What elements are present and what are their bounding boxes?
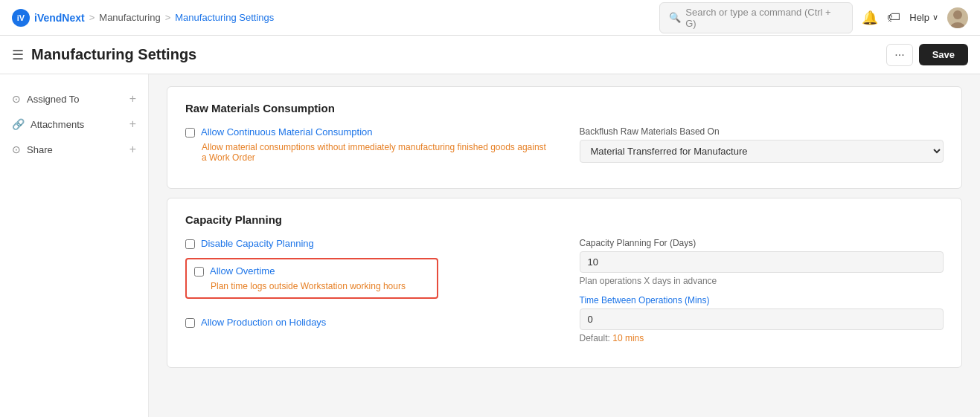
- sidebar-label-attachments: Attachments: [31, 119, 84, 130]
- attachments-icon: 🔗: [12, 118, 25, 130]
- raw-materials-title: Raw Materials Consumption: [185, 102, 944, 114]
- disable-capacity-row: Disable Capacity Planning: [185, 238, 550, 249]
- breadcrumb-sep-1: >: [89, 12, 95, 23]
- main-content: Raw Materials Consumption Allow Continuo…: [149, 74, 980, 417]
- tag-icon[interactable]: 🏷: [887, 10, 900, 25]
- time-between-hint: Default: 10 mins: [580, 333, 944, 343]
- page-title: Manufacturing Settings: [31, 46, 196, 63]
- raw-materials-left: Allow Continuous Material Consumption Al…: [185, 126, 550, 173]
- disable-capacity-label[interactable]: Disable Capacity Planning: [201, 238, 314, 249]
- share-icon: ⊙: [12, 143, 21, 155]
- sidebar-label-assigned-to: Assigned To: [27, 94, 80, 105]
- main-layout: ⊙ Assigned To + 🔗 Attachments + ⊙ Share …: [0, 74, 980, 417]
- allow-holidays-checkbox[interactable]: [185, 318, 195, 328]
- raw-materials-columns: Allow Continuous Material Consumption Al…: [185, 126, 944, 173]
- assigned-to-add-icon[interactable]: +: [129, 92, 136, 106]
- avatar[interactable]: [947, 7, 968, 28]
- backflush-label: Backflush Raw Materials Based On: [580, 126, 944, 137]
- allow-holidays-group: Allow Production on Holidays: [185, 317, 550, 328]
- time-between-input[interactable]: [580, 308, 944, 330]
- breadcrumb-manufacturing[interactable]: Manufacturing: [99, 12, 160, 23]
- capacity-planning-section: Capacity Planning Disable Capacity Plann…: [167, 198, 962, 368]
- disable-capacity-checkbox[interactable]: [185, 239, 195, 249]
- sidebar: ⊙ Assigned To + 🔗 Attachments + ⊙ Share …: [0, 74, 149, 417]
- svg-point-0: [953, 10, 962, 19]
- attachments-add-icon[interactable]: +: [129, 117, 136, 131]
- allow-overtime-desc: Plan time logs outside Workstation worki…: [211, 281, 429, 291]
- time-between-label: Time Between Operations (Mins): [580, 295, 944, 306]
- toolbar-right: ··· Save: [886, 44, 968, 66]
- save-button[interactable]: Save: [919, 44, 968, 65]
- search-placeholder: Search or type a command (Ctrl + G): [685, 7, 843, 29]
- allow-overtime-row: Allow Overtime: [194, 265, 429, 277]
- capacity-planning-title: Capacity Planning: [185, 213, 944, 226]
- raw-materials-section: Raw Materials Consumption Allow Continuo…: [167, 86, 962, 189]
- breadcrumb-settings[interactable]: Manufacturing Settings: [175, 12, 274, 23]
- nav-left: iV iVendNext > Manufacturing > Manufactu…: [12, 9, 274, 27]
- sidebar-item-attachments[interactable]: 🔗 Attachments +: [0, 111, 148, 137]
- sidebar-item-share[interactable]: ⊙ Share +: [0, 137, 148, 162]
- assigned-to-icon: ⊙: [12, 93, 21, 105]
- avatar-image: [947, 7, 968, 28]
- search-icon: 🔍: [669, 12, 681, 23]
- nav-right: 🔍 Search or type a command (Ctrl + G) 🔔 …: [659, 2, 968, 33]
- continuous-consumption-label[interactable]: Allow Continuous Material Consumption: [201, 126, 373, 138]
- more-button[interactable]: ···: [886, 44, 912, 66]
- sidebar-item-assigned-to[interactable]: ⊙ Assigned To +: [0, 86, 148, 111]
- allow-overtime-highlight: Allow Overtime Plan time logs outside Wo…: [185, 258, 438, 299]
- continuous-consumption-checkbox[interactable]: [185, 128, 195, 138]
- continuous-consumption-desc: Allow material consumptions without imme…: [202, 142, 550, 163]
- allow-holidays-label[interactable]: Allow Production on Holidays: [201, 317, 326, 328]
- backflush-select[interactable]: Material Transferred for Manufacture: [580, 140, 944, 163]
- help-button[interactable]: Help ∨: [909, 12, 938, 23]
- brand[interactable]: iV iVendNext: [12, 9, 85, 27]
- raw-materials-right: Backflush Raw Materials Based On Materia…: [580, 126, 944, 173]
- brand-logo: iV: [12, 9, 30, 27]
- days-hint: Plan operations X days in advance: [580, 276, 944, 286]
- days-input[interactable]: [580, 251, 944, 273]
- days-label: Capacity Planning For (Days): [580, 238, 944, 248]
- svg-point-1: [950, 22, 965, 28]
- allow-overtime-label[interactable]: Allow Overtime: [210, 265, 275, 277]
- time-between-hint-value: 10 mins: [612, 333, 644, 343]
- capacity-planning-right: Capacity Planning For (Days) Plan operat…: [580, 238, 944, 352]
- toolbar: ☰ Manufacturing Settings ··· Save: [0, 36, 980, 74]
- continuous-consumption-row: Allow Continuous Material Consumption: [185, 126, 550, 138]
- capacity-planning-left: Disable Capacity Planning Allow Overtime…: [185, 238, 550, 352]
- toolbar-left: ☰ Manufacturing Settings: [12, 46, 196, 63]
- allow-overtime-checkbox[interactable]: [194, 267, 204, 277]
- capacity-planning-columns: Disable Capacity Planning Allow Overtime…: [185, 238, 944, 352]
- search-bar[interactable]: 🔍 Search or type a command (Ctrl + G): [659, 2, 853, 33]
- allow-holidays-row: Allow Production on Holidays: [185, 317, 550, 328]
- brand-name: iVendNext: [34, 12, 85, 24]
- share-add-icon[interactable]: +: [129, 143, 136, 156]
- breadcrumb-sep-2: >: [165, 12, 171, 23]
- sidebar-label-share: Share: [27, 144, 53, 155]
- hamburger-icon[interactable]: ☰: [12, 47, 24, 63]
- top-nav: iV iVendNext > Manufacturing > Manufactu…: [0, 0, 980, 36]
- bell-icon[interactable]: 🔔: [862, 10, 878, 26]
